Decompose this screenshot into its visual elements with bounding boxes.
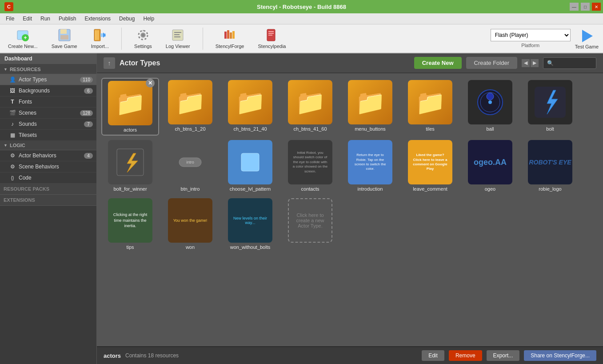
sidebar-item-scene-behaviors[interactable]: ⚙ Scene Behaviors: [0, 161, 96, 172]
nav-prev-button[interactable]: ◀: [522, 59, 530, 67]
import-icon: [93, 28, 107, 42]
menu-file[interactable]: File: [2, 15, 18, 23]
close-button[interactable]: ✕: [592, 3, 601, 11]
svg-rect-7: [95, 30, 96, 40]
sidebar-item-fonts[interactable]: T Fonts: [0, 96, 96, 108]
actor-item-won[interactable]: You won the game! won: [161, 196, 219, 252]
svg-point-12: [141, 33, 145, 37]
ogeo-name: ogeo: [485, 186, 495, 192]
actor-item-btn-intro[interactable]: intro btn_intro: [161, 138, 219, 194]
introduction-thumbnail: Return the eye to Robie. Tap on the scre…: [348, 140, 392, 184]
menu-extensions[interactable]: Extensions: [81, 15, 114, 23]
menu-buttons-name: menu_buttons: [355, 126, 386, 132]
actor-item-contacts[interactable]: Initial Robot, you should switch color o…: [281, 138, 339, 194]
sidebar-item-scenes[interactable]: 🎬 Scenes 128: [0, 108, 96, 119]
sidebar-item-code[interactable]: {} Code: [0, 172, 96, 184]
menu-publish[interactable]: Publish: [55, 15, 80, 23]
sidebar-item-backgrounds[interactable]: 🖼 Backgrounds 6: [0, 85, 96, 96]
ball-svg: [475, 87, 506, 118]
bolt-thumbnail: [528, 80, 572, 124]
won-preview: You won the game!: [173, 218, 208, 223]
scenes-icon: 🎬: [9, 109, 16, 116]
sidebar-item-sounds[interactable]: ♪ Sounds 7: [0, 119, 96, 130]
test-game-button[interactable]: Test Game: [575, 28, 599, 49]
actor-item-introduction[interactable]: Return the eye to Robie. Tap on the scre…: [341, 138, 399, 194]
log-viewer-toolbar-button[interactable]: Log Viewer: [162, 27, 194, 50]
actor-item-bolt-for-winner[interactable]: bolt_for_winner: [101, 138, 159, 194]
remove-button[interactable]: Remove: [449, 350, 482, 361]
window-controls: — □ ✕: [570, 3, 601, 11]
platform-select[interactable]: Flash (Player) HTML5 iOS Android: [491, 29, 571, 41]
create-folder-button[interactable]: Create Folder: [466, 57, 517, 69]
actor-item-won-without-bolts[interactable]: New levels on their way... won_without_b…: [221, 196, 279, 252]
toolbar: + Create New... Save Game Import...: [0, 24, 603, 53]
back-button[interactable]: ↑: [104, 57, 115, 69]
create-new-thumbnail: Click here to create a new Actor Type.: [288, 198, 332, 243]
ch-btns-1-20-thumbnail: 📁: [168, 80, 212, 124]
save-game-toolbar-button[interactable]: Save Game: [48, 27, 81, 50]
share-button[interactable]: Share on StencylForge...: [524, 350, 596, 361]
edit-button[interactable]: Edit: [422, 350, 444, 361]
robie-preview: ROBOT'S EYE: [529, 159, 571, 166]
search-input[interactable]: [543, 57, 596, 69]
contacts-name: contacts: [301, 186, 319, 192]
stencylforge-toolbar-button[interactable]: StencylForge: [212, 27, 248, 50]
leave-comment-thumbnail: Liked the game? Click here to leave a co…: [408, 140, 452, 184]
actors-name: actors: [124, 127, 137, 132]
actor-item-robie-logo[interactable]: ROBOT'S EYE robie_logo: [521, 138, 579, 194]
sidebar-item-actor-types[interactable]: 👤 Actor Types 110: [0, 74, 96, 85]
save-icon: [57, 28, 72, 42]
actor-item-bolt[interactable]: bolt: [521, 78, 579, 136]
maximize-button[interactable]: □: [581, 3, 590, 11]
export-button[interactable]: Export...: [487, 350, 520, 361]
import-toolbar-button[interactable]: Import...: [88, 27, 112, 50]
actor-item-tiles[interactable]: 📁 tiles: [401, 78, 459, 136]
svg-rect-8: [96, 30, 97, 40]
actor-item-ch-btns-41-60[interactable]: 📁 ch_btns_41_60: [281, 78, 339, 136]
actor-item-create-new[interactable]: Click here to create a new Actor Type.: [281, 196, 339, 252]
tiles-thumbnail: 📁: [408, 80, 452, 124]
actor-item-ch-btns-1-20[interactable]: 📁 ch_btns_1_20: [161, 78, 219, 136]
ball-thumbnail: [468, 80, 512, 124]
tilesets-icon: ▦: [9, 132, 16, 139]
menu-help[interactable]: Help: [140, 15, 158, 23]
menu-buttons-thumbnail: 📁: [348, 80, 392, 124]
actors-close-badge[interactable]: ✕: [146, 79, 155, 88]
window-title: Stencyl - Robotseye - Build 8868: [257, 4, 346, 10]
ch-btns-1-20-name: ch_btns_1_20: [175, 126, 205, 132]
resources-triangle: ▼: [4, 67, 8, 72]
toolbar-separator-1: [121, 28, 122, 50]
tiles-name: tiles: [426, 126, 435, 132]
dashboard-tab[interactable]: Dashboard: [0, 53, 96, 65]
bolt-svg: [535, 87, 566, 118]
settings-toolbar-button[interactable]: Settings: [131, 27, 156, 50]
actor-item-choose-lvl[interactable]: choose_lvl_pattern: [221, 138, 279, 194]
menu-run[interactable]: Run: [37, 15, 54, 23]
robie-logo-thumbnail: ROBOT'S EYE: [528, 140, 572, 184]
svg-rect-5: [60, 35, 68, 40]
nav-next-button[interactable]: ▶: [531, 59, 539, 67]
app-logo: C: [4, 2, 13, 11]
leave-preview: Liked the game? Click here to leave a co…: [410, 152, 450, 173]
menu-edit[interactable]: Edit: [19, 15, 36, 23]
svg-rect-25: [268, 35, 272, 36]
create-new-button[interactable]: Create New: [414, 57, 462, 69]
actor-item-menu-buttons[interactable]: 📁 menu_buttons: [341, 78, 399, 136]
actor-item-ch-btns-21-40[interactable]: 📁 ch_btns_21_40: [221, 78, 279, 136]
actor-item-tips[interactable]: Clicking at the right time maintains the…: [101, 196, 159, 252]
scenes-badge: 128: [80, 110, 93, 116]
actor-item-actors[interactable]: 📁 ✕ actors: [101, 78, 159, 136]
bolt-for-winner-name: bolt_for_winner: [113, 186, 147, 192]
create-new-toolbar-button[interactable]: + Create New...: [4, 27, 41, 50]
won-thumbnail: You won the game!: [168, 198, 212, 243]
actor-item-ogeo[interactable]: ogeo.AA ogeo: [461, 138, 519, 194]
menu-debug[interactable]: Debug: [116, 15, 138, 23]
sidebar-item-actor-behaviors[interactable]: ⚙ Actor Behaviors 4: [0, 150, 96, 161]
actor-types-badge: 110: [80, 77, 93, 83]
ogeo-thumbnail: ogeo.AA: [468, 140, 512, 184]
stencylpedia-toolbar-button[interactable]: Stencylpedia: [254, 27, 289, 50]
sidebar-item-tilesets[interactable]: ▦ Tilesets: [0, 130, 96, 141]
minimize-button[interactable]: —: [570, 3, 579, 11]
actor-item-leave-comment[interactable]: Liked the game? Click here to leave a co…: [401, 138, 459, 194]
actor-item-ball[interactable]: ball: [461, 78, 519, 136]
